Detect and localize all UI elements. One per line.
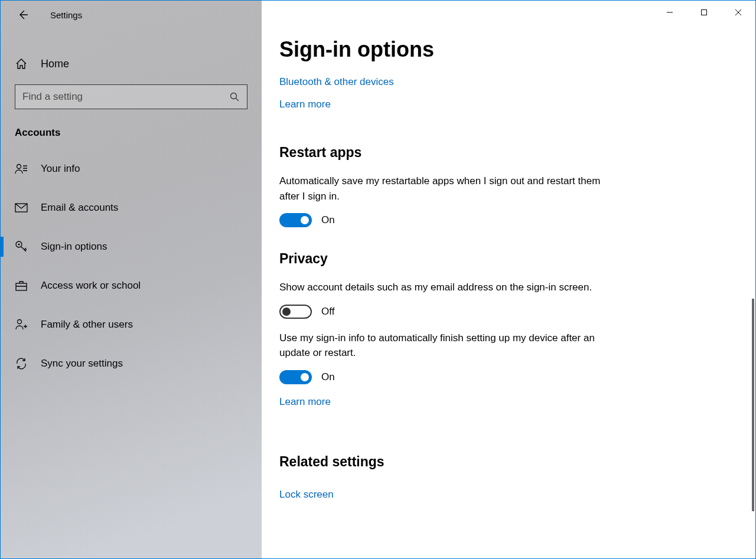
section-restart-apps: Restart apps Automatically save my resta… [279, 145, 738, 227]
sidebar-item-access-work-school[interactable]: Access work or school [1, 266, 262, 305]
sidebar-item-sign-in-options[interactable]: Sign-in options [1, 227, 262, 266]
sidebar-item-email-accounts[interactable]: Email & accounts [1, 188, 262, 227]
search-icon [229, 91, 240, 102]
sidebar-item-label: Sign-in options [41, 241, 107, 253]
app-title: Settings [50, 10, 82, 20]
back-arrow-icon [17, 9, 29, 21]
section-privacy: Privacy Show account details such as my … [279, 251, 738, 419]
privacy-desc-2: Use my sign-in info to automatically fin… [279, 331, 616, 361]
maximize-icon [700, 9, 708, 16]
svg-point-6 [18, 320, 22, 324]
scrollbar-thumb[interactable] [752, 299, 754, 511]
section-heading: Related settings [279, 454, 738, 470]
toggle-state-label: On [321, 371, 335, 383]
minimize-icon [666, 9, 673, 16]
search-box[interactable] [15, 84, 247, 109]
sidebar-item-your-info[interactable]: Your info [1, 149, 262, 188]
sidebar-item-sync-settings[interactable]: Sync your settings [1, 344, 262, 383]
section-heading: Restart apps [279, 145, 738, 161]
sidebar: Settings Home Accounts Your info [1, 1, 262, 558]
sidebar-item-family-users[interactable]: Family & other users [1, 305, 262, 344]
sidebar-section-header: Accounts [1, 109, 262, 149]
key-icon [15, 240, 28, 253]
toggle-state-label: On [321, 214, 335, 226]
link-learn-more-top[interactable]: Learn more [279, 99, 331, 110]
toggle-row-restart-apps: On [279, 213, 738, 227]
svg-point-0 [231, 93, 237, 99]
toggle-row-use-signin-info: On [279, 370, 738, 384]
close-icon [735, 9, 742, 16]
toggle-use-signin-info[interactable] [279, 370, 312, 384]
window-controls [653, 1, 755, 24]
svg-point-4 [18, 244, 20, 246]
home-label: Home [41, 58, 69, 70]
sidebar-item-label: Sync your settings [41, 358, 123, 370]
mail-icon [15, 203, 28, 213]
section-heading: Privacy [279, 251, 738, 267]
search-wrap [1, 79, 262, 109]
family-icon [15, 319, 28, 331]
sync-icon [15, 357, 28, 370]
section-related-settings: Related settings Lock screen [279, 454, 738, 511]
link-learn-more-privacy[interactable]: Learn more [279, 396, 331, 408]
svg-point-1 [17, 165, 21, 169]
page-title: Sign-in options [279, 37, 738, 62]
restart-apps-desc: Automatically save my restartable apps w… [279, 174, 616, 204]
minimize-button[interactable] [653, 1, 687, 24]
content-area: Sign-in options Bluetooth & other device… [262, 1, 755, 558]
privacy-desc-1: Show account details such as my email ad… [279, 280, 616, 295]
toggle-show-account-details[interactable] [279, 305, 312, 319]
main-panel: Sign-in options Bluetooth & other device… [262, 1, 755, 558]
link-lock-screen[interactable]: Lock screen [279, 489, 334, 501]
toggle-restart-apps[interactable] [279, 213, 312, 227]
back-button[interactable] [14, 5, 32, 24]
toggle-row-show-account: Off [279, 305, 738, 319]
sidebar-item-label: Email & accounts [41, 202, 118, 214]
sidebar-item-label: Access work or school [41, 280, 141, 292]
toggle-state-label: Off [321, 306, 334, 318]
svg-rect-7 [702, 10, 707, 15]
sidebar-item-label: Your info [41, 163, 80, 175]
titlebar-left: Settings [1, 1, 262, 29]
search-input[interactable] [22, 91, 229, 103]
svg-rect-5 [16, 283, 27, 290]
home-nav[interactable]: Home [1, 49, 262, 79]
briefcase-icon [15, 280, 28, 291]
maximize-button[interactable] [687, 1, 721, 24]
user-info-icon [15, 164, 28, 174]
close-button[interactable] [721, 1, 755, 24]
scrollbar-track [752, 1, 754, 558]
home-icon [15, 57, 28, 70]
sidebar-item-label: Family & other users [41, 319, 133, 331]
link-bluetooth-devices[interactable]: Bluetooth & other devices [279, 76, 394, 88]
